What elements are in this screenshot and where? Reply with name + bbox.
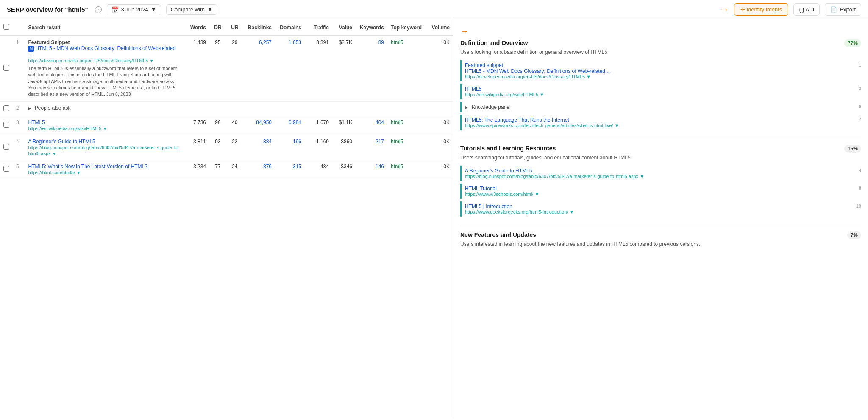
col-dr: DR <box>209 19 226 36</box>
intent-item-num: 4 <box>855 168 861 173</box>
volume-cell: 10K <box>426 36 453 101</box>
intent-item-url[interactable]: https://en.wikipedia.org/wiki/HTML5 ▼ <box>465 92 852 97</box>
result-title-link[interactable]: MHTML5 - MDN Web Docs Glossary: Definiti… <box>28 45 181 58</box>
url-dropdown-icon: ▼ <box>615 123 619 128</box>
intent-desc: Users searching for tutorials, guides, a… <box>460 154 861 161</box>
col-top-keyword: Top keyword <box>387 19 426 36</box>
row-checkbox-cell <box>0 160 13 179</box>
backlinks-cell: 384 <box>243 135 275 160</box>
intent-item-url[interactable]: https://www.w3schools.com/html/ ▼ <box>465 192 852 197</box>
intent-item-link-title[interactable]: HTML5: The Language That Runs the Intern… <box>465 117 852 123</box>
volume-cell: 10K <box>426 116 453 135</box>
intent-item-url[interactable]: https://blog.hubspot.com/blog/tabid/6307… <box>465 174 852 179</box>
identify-intents-button[interactable]: ✛ Identify intents <box>734 3 788 16</box>
ur-cell: 40 <box>226 116 243 135</box>
row-checkbox[interactable] <box>3 144 9 150</box>
url-dropdown-icon[interactable]: ▼ <box>76 170 81 175</box>
select-all-checkbox[interactable] <box>3 24 9 30</box>
url-dropdown-icon[interactable]: ▼ <box>103 126 107 131</box>
table-row: 2 ▶ People also ask <box>0 101 453 116</box>
right-panel: → Definition and Overview 77% Users look… <box>453 19 868 419</box>
title-keyword: "html5" <box>65 6 88 13</box>
intent-item-content: HTML5 | Introduction https://www.geeksfo… <box>465 203 852 214</box>
intent-item-num: 6 <box>855 104 861 109</box>
row-checkbox[interactable] <box>3 122 9 128</box>
row-checkbox[interactable] <box>3 166 9 172</box>
intent-desc: Users interested in learning about the n… <box>460 241 861 248</box>
arrow-annotation: → <box>460 26 861 36</box>
intent-item-url[interactable]: https://www.spiceworks.com/tech/tech-gen… <box>465 123 852 128</box>
intent-badge: 15% <box>844 145 861 153</box>
intent-item-content: A Beginner's Guide to HTML5 https://blog… <box>465 168 852 179</box>
people-also-ask-label: People also ask <box>35 105 71 111</box>
col-backlinks: Backlinks <box>243 19 275 36</box>
words-cell: 1,439 <box>184 36 209 101</box>
row-checkbox[interactable] <box>3 65 9 71</box>
intent-item-content: HTML5: The Language That Runs the Intern… <box>465 117 852 128</box>
row-number: 3 <box>13 116 25 135</box>
col-traffic: Traffic <box>305 19 332 36</box>
table-header-row: Search result Words DR UR Backlinks Doma… <box>0 19 453 36</box>
info-icon[interactable]: ? <box>95 6 102 13</box>
intent-item-link-title[interactable]: A Beginner's Guide to HTML5 <box>465 168 852 174</box>
intent-item-url[interactable]: https://www.geeksforgeeks.org/html5-intr… <box>465 209 852 214</box>
intent-item: HTML Tutorial https://www.w3schools.com/… <box>460 184 861 199</box>
col-volume: Volume <box>426 19 453 36</box>
intent-item-url[interactable]: https://developer.mozilla.org/en-US/docs… <box>465 74 852 79</box>
header: SERP overview for "html5" ? 📅 3 Jun 2024… <box>0 0 868 19</box>
api-button[interactable]: { } API <box>793 3 820 16</box>
col-ur: UR <box>226 19 243 36</box>
url-dropdown-icon: ▼ <box>540 92 544 97</box>
result-snippet: The term HTML5 is essentially a buzzword… <box>28 65 181 98</box>
intent-items-list: Featured snippet HTML5 - MDN Web Docs Gl… <box>460 60 861 130</box>
export-button[interactable]: 📄 Export <box>825 3 861 16</box>
value-cell: $1.1K <box>332 116 356 135</box>
col-num <box>13 19 25 36</box>
date-label: 3 Jun 2024 <box>121 6 148 13</box>
main-content: Search result Words DR UR Backlinks Doma… <box>0 19 868 419</box>
table-row: 4 A Beginner's Guide to HTML5 https://bl… <box>0 135 453 160</box>
url-dropdown-icon: ▼ <box>586 74 591 79</box>
intent-section-new-features: New Features and Updates 7% Users intere… <box>460 231 861 248</box>
section-divider <box>460 225 861 225</box>
keywords-cell: 217 <box>356 135 387 160</box>
intent-item-link-title[interactable]: HTML5 - MDN Web Docs Glossary: Definitio… <box>465 68 852 74</box>
col-value: Value <box>332 19 356 36</box>
col-check <box>0 19 13 36</box>
result-url-link[interactable]: https://html.com/html5/ <box>28 170 75 175</box>
url-dropdown-icon[interactable]: ▼ <box>150 58 154 63</box>
col-words: Words <box>184 19 209 36</box>
row-checkbox-cell <box>0 36 13 101</box>
title-prefix: SERP overview for <box>7 6 65 13</box>
volume-cell: 10K <box>426 135 453 160</box>
intent-title: New Features and Updates <box>460 231 536 238</box>
row-checkbox-cell <box>0 101 13 116</box>
words-cell: 3,234 <box>184 160 209 179</box>
url-dropdown-icon[interactable]: ▼ <box>52 151 56 156</box>
intent-item-link-title[interactable]: HTML5 | Introduction <box>465 203 852 209</box>
result-title-link[interactable]: HTML5 <box>28 120 181 125</box>
intent-item-num: 8 <box>855 186 861 191</box>
intent-item-link-title[interactable]: HTML Tutorial <box>465 186 852 192</box>
chevron-down-icon: ▼ <box>151 6 156 13</box>
intent-item: A Beginner's Guide to HTML5 https://blog… <box>460 166 861 181</box>
intent-item-link-title[interactable]: HTML5 <box>465 86 852 92</box>
intent-section-definition: Definition and Overview 77% Users lookin… <box>460 39 861 130</box>
result-title-link[interactable]: A Beginner's Guide to HTML5 <box>28 139 181 145</box>
result-url-link[interactable]: https://en.wikipedia.org/wiki/HTML5 <box>28 126 101 131</box>
result-url-link[interactable]: https://blog.hubspot.com/blog/tabid/6307… <box>28 145 179 156</box>
intent-item-num: 10 <box>855 203 861 209</box>
intent-item: HTML5 https://en.wikipedia.org/wiki/HTML… <box>460 84 861 99</box>
result-title-link[interactable]: HTML5: What's New in The Latest Version … <box>28 164 181 170</box>
col-search-result: Search result <box>25 19 184 36</box>
row-checkbox[interactable] <box>3 105 9 111</box>
table-row: 1 Featured Snippet MHTML5 - MDN Web Docs… <box>0 36 453 101</box>
dr-cell: 93 <box>209 135 226 160</box>
intent-header: New Features and Updates 7% <box>460 231 861 239</box>
table-row: 5 HTML5: What's New in The Latest Versio… <box>0 160 453 179</box>
ur-cell: 22 <box>226 135 243 160</box>
compare-button[interactable]: Compare with ▼ <box>166 4 217 15</box>
url-dropdown-icon: ▼ <box>569 209 574 214</box>
result-url-link[interactable]: https://developer.mozilla.org/en-US/docs… <box>28 58 148 63</box>
date-button[interactable]: 📅 3 Jun 2024 ▼ <box>107 4 161 15</box>
